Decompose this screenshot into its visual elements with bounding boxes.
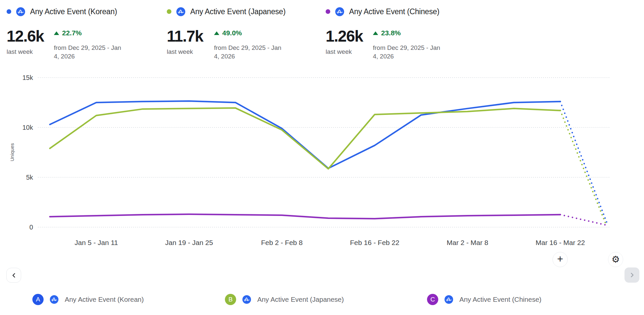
series-badge-a: A xyxy=(32,294,44,305)
metric-value: 12.6k xyxy=(7,28,48,44)
series-badge-c: C xyxy=(427,294,438,305)
series-line-projected xyxy=(560,111,607,226)
trend-up-icon xyxy=(373,31,378,35)
amplitude-event-icon xyxy=(176,7,185,16)
metric-card-korean: Any Active Event (Korean) 12.6k last wee… xyxy=(7,7,128,61)
chart-settings-button[interactable]: ⚙ xyxy=(608,252,623,267)
chevron-left-icon xyxy=(11,272,17,278)
series-title: Any Active Event (Korean) xyxy=(30,7,117,16)
chevron-right-icon xyxy=(629,272,635,278)
scroll-left-button[interactable] xyxy=(6,268,21,283)
metric-card-chinese: Any Active Event (Chinese) 1.26k last we… xyxy=(326,7,447,61)
y-axis-tick: 10k xyxy=(22,124,33,131)
gear-icon: ⚙ xyxy=(611,255,620,264)
change-period: from Dec 29, 2025 - Jan 4, 2026 xyxy=(373,44,447,61)
x-axis-tick: Mar 2 - Mar 8 xyxy=(447,239,488,246)
metric-period: last week xyxy=(326,48,367,55)
change-period: from Dec 29, 2025 - Jan 4, 2026 xyxy=(54,44,128,61)
x-axis-tick: Mar 16 - Mar 22 xyxy=(536,239,585,246)
y-axis-tick: 5k xyxy=(26,174,33,181)
metric-value-block: 12.6k last week xyxy=(7,28,48,55)
series-header-chinese[interactable]: Any Active Event (Chinese) xyxy=(326,7,447,17)
scroll-right-button[interactable] xyxy=(625,267,639,283)
metric-value-block: 11.7k last week xyxy=(167,28,208,55)
metric-value: 11.7k xyxy=(167,28,208,44)
amplitude-event-icon xyxy=(335,7,344,16)
amplitude-event-icon xyxy=(242,295,251,304)
legend-item-korean[interactable]: A Any Active Event (Korean) xyxy=(32,292,144,307)
series-line-projected xyxy=(560,101,607,222)
amplitude-event-icon xyxy=(445,295,453,304)
x-axis-tick: Jan 5 - Jan 11 xyxy=(75,239,118,246)
amplitude-event-icon xyxy=(50,295,58,304)
amplitude-event-icon xyxy=(16,7,25,16)
metric-period: last week xyxy=(167,48,208,55)
series-header-korean[interactable]: Any Active Event (Korean) xyxy=(7,7,128,17)
metric-change-block: 49.0% from Dec 29, 2025 - Jan 4, 2026 xyxy=(214,28,288,61)
series-color-dot xyxy=(167,9,171,14)
legend-item-japanese[interactable]: B Any Active Event (Japanese) xyxy=(225,292,344,307)
x-axis-tick: Jan 19 - Jan 25 xyxy=(165,239,213,246)
series-badge-b: B xyxy=(225,294,236,305)
legend-label: Any Active Event (Korean) xyxy=(65,296,144,303)
analytics-chart-widget: { "theme": { "positive": "#0f7b3c", "gri… xyxy=(0,0,644,315)
metric-value: 1.26k xyxy=(326,28,367,44)
series-color-dot xyxy=(326,9,330,14)
y-axis-tick: 15k xyxy=(22,74,33,81)
series-line xyxy=(50,214,560,219)
x-axis-tick: Feb 2 - Feb 8 xyxy=(261,239,303,246)
legend-item-chinese[interactable]: C Any Active Event (Chinese) xyxy=(427,292,541,307)
change-percent: 49.0% xyxy=(222,29,242,37)
metric-period: last week xyxy=(7,48,48,55)
add-annotation-button[interactable]: + xyxy=(553,252,568,267)
series-title: Any Active Event (Japanese) xyxy=(190,7,286,16)
series-color-dot xyxy=(7,9,11,14)
metric-value-block: 1.26k last week xyxy=(326,28,367,55)
series-header-japanese[interactable]: Any Active Event (Japanese) xyxy=(167,7,288,17)
metric-card-japanese: Any Active Event (Japanese) 11.7k last w… xyxy=(167,7,288,61)
plus-icon: + xyxy=(557,254,563,264)
y-axis-tick: 0 xyxy=(29,224,33,231)
metric-change-block: 23.8% from Dec 29, 2025 - Jan 4, 2026 xyxy=(373,28,447,61)
change-percent: 23.8% xyxy=(381,29,401,37)
series-title: Any Active Event (Chinese) xyxy=(349,7,439,16)
change-period: from Dec 29, 2025 - Jan 4, 2026 xyxy=(214,44,288,61)
legend-label: Any Active Event (Japanese) xyxy=(257,296,344,303)
metric-change-block: 22.7% from Dec 29, 2025 - Jan 4, 2026 xyxy=(54,28,128,61)
series-line-projected xyxy=(560,215,607,225)
x-axis-tick: Feb 16 - Feb 22 xyxy=(350,239,399,246)
series-line xyxy=(50,108,560,169)
y-axis-label: Uniques xyxy=(9,143,15,161)
trend-up-icon xyxy=(214,31,219,35)
change-percent: 22.7% xyxy=(62,29,82,37)
trend-up-icon xyxy=(54,31,59,35)
legend-label: Any Active Event (Chinese) xyxy=(459,296,541,303)
